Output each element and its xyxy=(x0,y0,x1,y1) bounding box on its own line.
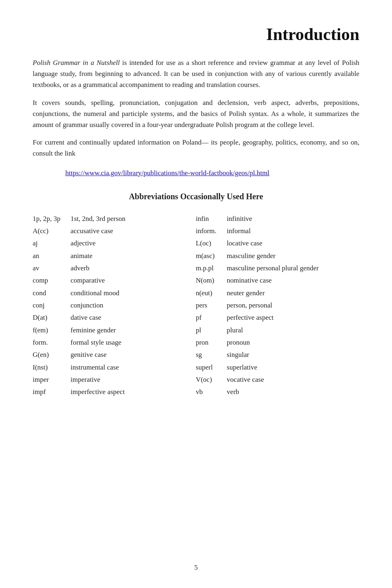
abbr-right: V(oc) xyxy=(179,374,227,386)
def-left: accusative case xyxy=(71,225,180,237)
paragraph-3: For current and continually updated info… xyxy=(33,137,359,159)
def-left: genitive case xyxy=(71,349,180,361)
page-number: 5 xyxy=(194,564,198,572)
abbr-left: D(at) xyxy=(33,312,71,324)
abbr-right: infin xyxy=(179,213,227,225)
abbr-left: conj xyxy=(33,299,71,312)
abbr-right: vb xyxy=(179,386,227,398)
def-right: infinitive xyxy=(227,213,359,225)
abbreviations-section: Abbreviations Occasionally Used Here 1p,… xyxy=(33,192,359,399)
abbr-right: m(asc) xyxy=(179,250,227,262)
def-right: masculine gender xyxy=(227,250,359,262)
abbr-left: A(cc) xyxy=(33,225,71,237)
def-left: dative case xyxy=(71,312,180,324)
def-left: feminine gender xyxy=(71,324,180,336)
def-left: adjective xyxy=(71,237,180,249)
table-row: D(at) dative case pf perfective aspect xyxy=(33,312,359,324)
def-left: conditional mood xyxy=(71,287,180,299)
abbr-left: cond xyxy=(33,287,71,299)
table-row: I(nst) instrumental case superl superlat… xyxy=(33,361,359,374)
table-row: G(en) genitive case sg singular xyxy=(33,349,359,361)
def-left: imperative xyxy=(71,374,180,386)
link-block: https://www.cia.gov/library/publications… xyxy=(65,169,359,177)
abbreviations-table: 1p, 2p, 3p 1st, 2nd, 3rd person infin in… xyxy=(33,213,359,399)
cia-link[interactable]: https://www.cia.gov/library/publications… xyxy=(65,169,270,177)
paragraph-2: It covers sounds, spelling, pronunciatio… xyxy=(33,97,359,131)
table-row: conj conjunction pers person, personal xyxy=(33,299,359,312)
def-right: person, personal xyxy=(227,299,359,312)
def-right: locative case xyxy=(227,237,359,249)
abbr-right: n(eut) xyxy=(179,287,227,299)
abbr-left: G(en) xyxy=(33,349,71,361)
def-left: formal style usage xyxy=(71,336,180,349)
def-right: plural xyxy=(227,324,359,336)
abbr-left: impf xyxy=(33,386,71,398)
abbr-right: N(om) xyxy=(179,274,227,287)
abbr-left: av xyxy=(33,262,71,274)
def-right: pronoun xyxy=(227,336,359,349)
def-right: informal xyxy=(227,225,359,237)
def-left: comparative xyxy=(71,274,180,287)
page-title: Introduction xyxy=(33,24,359,44)
abbr-right: sg xyxy=(179,349,227,361)
abbr-right: inform. xyxy=(179,225,227,237)
abbr-left: aj xyxy=(33,237,71,249)
abbr-left: f(em) xyxy=(33,324,71,336)
abbr-right: pf xyxy=(179,312,227,324)
def-left: 1st, 2nd, 3rd person xyxy=(71,213,180,225)
table-row: aj adjective L(oc) locative case xyxy=(33,237,359,249)
table-row: A(cc) accusative case inform. informal xyxy=(33,225,359,237)
def-right: masculine personal plural gender xyxy=(227,262,359,274)
abbr-left: comp xyxy=(33,274,71,287)
def-left: imperfective aspect xyxy=(71,386,180,398)
def-right: singular xyxy=(227,349,359,361)
table-row: an animate m(asc) masculine gender xyxy=(33,250,359,262)
def-left: animate xyxy=(71,250,180,262)
table-row: comp comparative N(om) nominative case xyxy=(33,274,359,287)
table-row: form. formal style usage pron pronoun xyxy=(33,336,359,349)
abbr-right: pers xyxy=(179,299,227,312)
paragraph-1: Polish Grammar in a Nutshell is intended… xyxy=(33,57,359,91)
def-right: neuter gender xyxy=(227,287,359,299)
abbr-right: m.p.pl xyxy=(179,262,227,274)
def-left: conjunction xyxy=(71,299,180,312)
page: Introduction Polish Grammar in a Nutshel… xyxy=(0,0,392,588)
def-right: perfective aspect xyxy=(227,312,359,324)
def-right: vocative case xyxy=(227,374,359,386)
abbreviations-title: Abbreviations Occasionally Used Here xyxy=(33,192,359,201)
abbr-right: pl xyxy=(179,324,227,336)
table-row: f(em) feminine gender pl plural xyxy=(33,324,359,336)
table-row: cond conditional mood n(eut) neuter gend… xyxy=(33,287,359,299)
abbr-right: superl xyxy=(179,361,227,374)
def-left: adverb xyxy=(71,262,180,274)
abbr-left: 1p, 2p, 3p xyxy=(33,213,71,225)
table-row: impf imperfective aspect vb verb xyxy=(33,386,359,398)
abbr-left: form. xyxy=(33,336,71,349)
book-title: Polish Grammar in a Nutshell xyxy=(33,59,120,67)
table-row: av adverb m.p.pl masculine personal plur… xyxy=(33,262,359,274)
def-right: superlative xyxy=(227,361,359,374)
table-row: 1p, 2p, 3p 1st, 2nd, 3rd person infin in… xyxy=(33,213,359,225)
def-right: verb xyxy=(227,386,359,398)
def-left: instrumental case xyxy=(71,361,180,374)
abbr-left: imper xyxy=(33,374,71,386)
table-row: imper imperative V(oc) vocative case xyxy=(33,374,359,386)
abbr-left: I(nst) xyxy=(33,361,71,374)
def-right: nominative case xyxy=(227,274,359,287)
abbr-right: pron xyxy=(179,336,227,349)
abbr-right: L(oc) xyxy=(179,237,227,249)
abbr-left: an xyxy=(33,250,71,262)
